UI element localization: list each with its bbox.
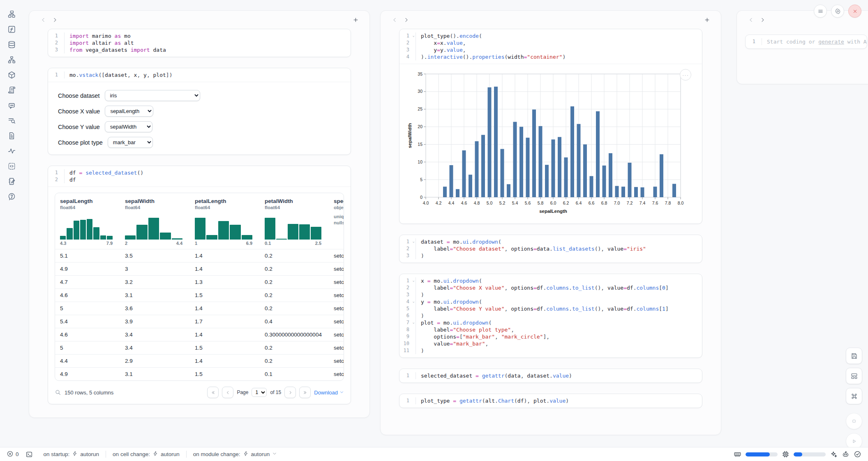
chevron-right-icon[interactable]	[400, 14, 412, 25]
code-editor[interactable]: 1⌄plot_type().encode(2 x=x.value,3 y=y.v…	[399, 29, 702, 64]
code-cell-vstack[interactable]: 1mo.vstack([dataset, x, y, plot]) Choose…	[48, 68, 351, 155]
settings-button[interactable]	[831, 5, 844, 18]
choose-plot-type-select[interactable]: mark_bar	[108, 137, 153, 148]
code-editor[interactable]: 1plot_type = getattr(alt.Chart(df), plot…	[399, 394, 702, 408]
connection-status-icon[interactable]	[854, 450, 861, 458]
table-row[interactable]: 53.61.40.2setosa	[55, 302, 344, 315]
column-histogram	[60, 216, 113, 240]
last-page-button[interactable]	[299, 387, 311, 398]
chevron-left-icon[interactable]	[745, 14, 757, 25]
table-row[interactable]: 53.41.50.2setosa	[55, 341, 344, 355]
assistant-icon[interactable]	[842, 450, 850, 458]
ai-chat-icon[interactable]	[7, 100, 16, 110]
table-cell: 4.4	[55, 355, 120, 368]
table-cell: setosa	[329, 263, 344, 276]
next-page-button[interactable]	[284, 387, 296, 398]
table-row[interactable]: 4.931.40.2setosa	[55, 263, 344, 276]
scratchpad-icon[interactable]	[7, 176, 16, 186]
search-icon[interactable]	[55, 389, 61, 396]
table-cell: 4.6	[55, 289, 120, 302]
column-header-sepalWidth[interactable]: sepalWidthfloat6424.4	[120, 193, 190, 249]
save-button[interactable]	[846, 348, 862, 364]
code-cell-imports[interactable]: 1import marimo as mo2import altair as al…	[48, 29, 351, 57]
download-button[interactable]: Download	[314, 390, 344, 396]
table-row[interactable]: 4.73.21.30.2setosa	[55, 276, 344, 289]
code-editor[interactable]: 1df = selected_dataset()2df	[48, 166, 351, 187]
column-1: 1import marimo as mo2import altair as al…	[29, 10, 370, 418]
autorun-setting[interactable]: on module change:autorun	[186, 451, 284, 458]
choose-dataset-select[interactable]: iris	[105, 90, 200, 101]
column-header-petalWidth[interactable]: petalWidthfloat640.12.5	[260, 193, 329, 249]
first-page-button[interactable]	[207, 387, 219, 398]
table-cell: 1.4	[190, 302, 260, 315]
autorun-setting[interactable]: on startup:autorun	[37, 451, 106, 458]
choose-y-value-select[interactable]: sepalWidth	[105, 121, 152, 132]
code-editor[interactable]: 1mo.vstack([dataset, x, y, plot])	[48, 68, 351, 82]
left-sidebar	[0, 0, 23, 446]
add-cell-button[interactable]	[701, 14, 713, 25]
code-editor[interactable]: 1⌄x = mo.ui.dropdown(2 label="Choose X v…	[399, 274, 702, 357]
chevron-right-icon[interactable]	[757, 14, 768, 25]
table-cell: 5	[55, 341, 120, 355]
table-row[interactable]: 5.43.91.70.4setosa	[55, 315, 344, 328]
close-button[interactable]	[848, 5, 861, 18]
table-row[interactable]: 4.63.11.50.2setosa	[55, 289, 344, 302]
code-editor[interactable]: 1⌄dataset = mo.ui.dropdown(2 label="Choo…	[399, 235, 702, 263]
code-cell-plot-type[interactable]: 1plot_type = getattr(alt.Chart(df), plot…	[399, 394, 702, 408]
svg-text:6.2: 6.2	[563, 201, 569, 205]
choose-x-value-select[interactable]: sepalLength	[105, 106, 153, 117]
control-row: Choose plot typemark_bar	[58, 137, 341, 148]
add-cell-button[interactable]	[350, 14, 361, 25]
table-cell: setosa	[329, 249, 344, 263]
prev-page-button[interactable]	[222, 387, 233, 398]
error-icon	[7, 450, 14, 459]
code-cell-xyplot-dropdowns[interactable]: 1⌄x = mo.ui.dropdown(2 label="Choose X v…	[399, 274, 702, 358]
chart-menu-button[interactable]: ···	[680, 69, 691, 81]
snippets-icon[interactable]	[7, 161, 16, 171]
chevron-left-icon[interactable]	[389, 14, 400, 25]
stop-button[interactable]	[846, 413, 862, 429]
window-controls	[814, 5, 861, 18]
table-cell: 1.7	[190, 315, 260, 328]
code-cell-selected-dataset[interactable]: 1selected_dataset = getattr(data, datase…	[399, 369, 702, 383]
bar-chart[interactable]: 4.04.24.44.64.85.05.25.45.65.86.06.26.46…	[407, 70, 695, 216]
autorun-setting[interactable]: on cell change:autorun	[106, 451, 186, 458]
packages-icon[interactable]	[7, 70, 16, 80]
code-editor[interactable]: 1selected_dataset = getattr(data, datase…	[399, 369, 702, 383]
help-icon[interactable]	[7, 191, 16, 201]
column-header-petalLength[interactable]: petalLengthfloat6416.9	[190, 193, 260, 249]
empty-code-cell[interactable]: 1Start coding or generate with AI	[745, 35, 867, 49]
shortcuts-button[interactable]	[846, 388, 862, 404]
chevron-right-icon[interactable]	[49, 14, 60, 25]
outline-icon[interactable]	[7, 115, 16, 125]
tracing-icon[interactable]	[7, 146, 16, 156]
control-row: Choose X valuesepalLength	[58, 106, 341, 117]
column-header-sepalLength[interactable]: sepalLengthfloat644.37.9	[55, 193, 120, 249]
column-header-species[interactable]: speciesobjectunique:nulls:	[329, 193, 344, 249]
code-cell-dataset-dropdown[interactable]: 1⌄dataset = mo.ui.dropdown(2 label="Choo…	[399, 235, 702, 263]
code-cell-df[interactable]: 1df = selected_dataset()2df sepalLengthf…	[48, 166, 351, 404]
table-row[interactable]: 4.93.11.50.1setosa	[55, 368, 344, 381]
logs-icon[interactable]	[7, 85, 16, 95]
table-row[interactable]: 4.42.91.40.2setosa	[55, 355, 344, 368]
variables-icon[interactable]	[7, 24, 16, 34]
dataframe-table: sepalLengthfloat644.37.9sepalWidthfloat6…	[55, 193, 344, 381]
table-row[interactable]: 5.13.51.40.2setosa	[55, 249, 344, 263]
table-cell: setosa	[329, 289, 344, 302]
ai-sparkles-icon[interactable]	[830, 450, 838, 458]
file-explorer-icon[interactable]	[7, 9, 16, 19]
menu-button[interactable]	[814, 5, 827, 18]
code-cell-plot[interactable]: 1⌄plot_type().encode(2 x=x.value,3 y=y.v…	[399, 29, 702, 224]
error-count[interactable]: 0	[7, 450, 19, 459]
code-editor-placeholder[interactable]: 1Start coding or generate with AI	[746, 35, 867, 48]
table-row[interactable]: 4.63.41.40.30000000000000004setosa	[55, 328, 344, 341]
page-select[interactable]: 1	[252, 388, 267, 397]
layout-button[interactable]	[846, 368, 862, 384]
datasources-icon[interactable]	[7, 39, 16, 49]
control-label: Choose dataset	[58, 92, 100, 99]
chevron-left-icon[interactable]	[37, 14, 49, 25]
code-editor[interactable]: 1import marimo as mo2import altair as al…	[48, 29, 351, 57]
documentation-icon[interactable]	[7, 131, 16, 141]
dependency-graph-icon[interactable]	[7, 55, 16, 65]
terminal-button[interactable]	[25, 451, 33, 458]
